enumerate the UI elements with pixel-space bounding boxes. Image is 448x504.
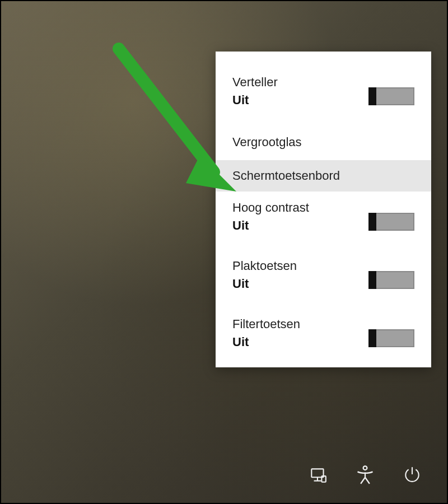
power-icon[interactable] bbox=[400, 463, 424, 487]
svg-line-7 bbox=[365, 478, 370, 484]
toggle-plaktoetsen[interactable] bbox=[368, 271, 414, 289]
menu-item-label: Schermtoetsenbord bbox=[232, 169, 340, 183]
toggle-verteller[interactable] bbox=[368, 87, 414, 105]
toggle-filtertoetsen[interactable] bbox=[368, 329, 414, 347]
menu-item-schermtoetsenbord[interactable]: Schermtoetsenbord bbox=[216, 160, 431, 192]
accessibility-icon[interactable] bbox=[353, 463, 377, 487]
svg-line-10 bbox=[119, 49, 214, 172]
menu-item-label: Vergrootglas bbox=[232, 135, 302, 150]
accessibility-flyout: Verteller Uit Vergrootglas Schermtoetsen… bbox=[216, 52, 431, 367]
network-icon[interactable] bbox=[306, 463, 330, 487]
menu-item-vergrootglas[interactable]: Vergrootglas bbox=[216, 127, 431, 158]
menu-item-label: Filtertoetsen bbox=[232, 317, 300, 332]
system-tray bbox=[306, 463, 424, 487]
menu-item-label: Verteller bbox=[232, 75, 278, 90]
toggle-hoog-contrast[interactable] bbox=[368, 213, 414, 231]
menu-item-filtertoetsen[interactable]: Filtertoetsen Uit bbox=[216, 310, 431, 356]
svg-line-6 bbox=[361, 478, 365, 484]
menu-item-plaktoetsen[interactable]: Plaktoetsen Uit bbox=[216, 252, 431, 298]
menu-item-label: Plaktoetsen bbox=[232, 259, 297, 273]
svg-point-4 bbox=[363, 466, 367, 470]
menu-item-verteller[interactable]: Verteller Uit bbox=[216, 68, 431, 114]
menu-item-hoog-contrast[interactable]: Hoog contrast Uit bbox=[216, 194, 431, 240]
menu-item-status: Uit bbox=[232, 335, 300, 349]
menu-item-label: Hoog contrast bbox=[232, 200, 309, 215]
menu-item-status: Uit bbox=[232, 277, 297, 291]
menu-item-status: Uit bbox=[232, 218, 309, 233]
menu-item-status: Uit bbox=[232, 93, 278, 108]
